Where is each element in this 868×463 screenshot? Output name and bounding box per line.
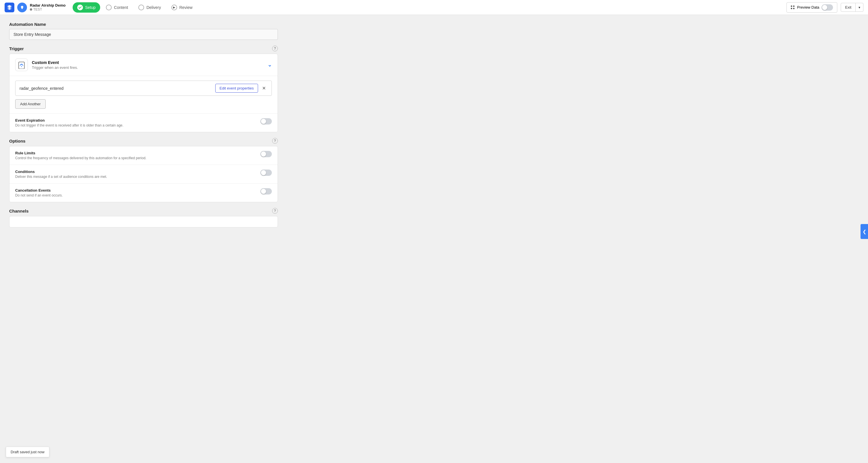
event-expiration-row: Event Expiration Do not trigger if the e… — [9, 113, 278, 132]
review-step-icon: ▶ — [172, 5, 177, 10]
channels-help-icon[interactable]: ? — [272, 208, 278, 214]
nav-step-content[interactable]: Content — [101, 2, 133, 12]
cancellation-events-row: Cancellation Events Do not send if an ev… — [9, 184, 278, 202]
rule-limits-row: Rule Limits Control the frequency of mes… — [9, 146, 278, 165]
brand: Radar Airship Demo TEST — [5, 3, 66, 12]
trigger-section-header: Trigger ? — [9, 45, 278, 51]
rule-limits-text: Rule Limits Control the frequency of mes… — [15, 151, 146, 160]
delivery-step-label: Delivery — [146, 5, 161, 10]
options-label: Options — [9, 138, 26, 143]
brand-text: Radar Airship Demo TEST — [30, 3, 66, 12]
conditions-desc: Deliver this message if a set of audienc… — [15, 175, 107, 179]
main-content: Automation Name Trigger ? — [0, 15, 287, 240]
cancellation-events-desc: Do not send if an event occurs. — [15, 193, 63, 197]
cancellation-events-toggle[interactable] — [260, 188, 272, 195]
conditions-toggle[interactable] — [260, 169, 272, 176]
event-expiration: Event Expiration Do not trigger if the e… — [15, 118, 272, 127]
rule-limits-toggle[interactable] — [260, 151, 272, 157]
automation-name-input[interactable] — [9, 29, 278, 40]
nav-right: Preview Data Exit ▾ — [786, 2, 863, 12]
trigger-type-header[interactable]: Custom Event Trigger when an event fires… — [9, 54, 278, 76]
channels-section-header: Channels ? — [9, 208, 278, 214]
event-row: radar_geofence_entered Edit event proper… — [15, 80, 272, 96]
automation-name-label: Automation Name — [9, 22, 46, 27]
add-another-button[interactable]: Add Another — [15, 99, 45, 109]
setup-step-icon — [77, 5, 83, 10]
nav-steps: Setup Content Delivery ▶ Review — [73, 2, 787, 12]
rule-limits-title: Rule Limits — [15, 151, 146, 155]
svg-rect-1 — [19, 62, 24, 69]
trigger-type-desc: Trigger when an event fires. — [32, 65, 268, 70]
trigger-chevron-icon[interactable]: ⌄ — [268, 62, 272, 68]
remove-event-button[interactable]: ✕ — [260, 84, 268, 92]
sidebar-collapse-button[interactable]: ❮ — [861, 224, 868, 239]
grid-icon — [791, 5, 795, 9]
trigger-body: radar_geofence_entered Edit event proper… — [9, 76, 278, 113]
trigger-card: Custom Event Trigger when an event fires… — [9, 54, 278, 132]
content-step-label: Content — [114, 5, 128, 10]
review-step-label: Review — [179, 5, 193, 10]
content-step-icon — [106, 5, 112, 10]
channels-card — [9, 216, 278, 228]
brand-sub: TEST — [30, 7, 66, 11]
options-card: Rule Limits Control the frequency of mes… — [9, 146, 278, 202]
trigger-help-icon[interactable]: ? — [272, 45, 278, 51]
exit-dropdown-arrow[interactable]: ▾ — [856, 3, 863, 11]
svg-point-2 — [21, 66, 22, 67]
automation-name-section: Automation Name — [9, 22, 278, 27]
edit-event-properties-button[interactable]: Edit event properties — [215, 84, 258, 93]
trigger-type-text: Custom Event Trigger when an event fires… — [32, 60, 268, 70]
exit-label[interactable]: Exit — [841, 3, 856, 11]
options-section: Options ? Rule Limits Control the freque… — [9, 138, 278, 202]
trigger-section: Trigger ? Custom Event Trigger w — [9, 45, 278, 132]
event-expiration-toggle[interactable] — [260, 118, 272, 125]
setup-step-label: Setup — [85, 5, 96, 10]
conditions-text: Conditions Deliver this message if a set… — [15, 169, 107, 179]
nav-step-delivery[interactable]: Delivery — [134, 2, 166, 12]
options-help-icon[interactable]: ? — [272, 138, 278, 144]
top-nav: Radar Airship Demo TEST Setup Content De… — [0, 0, 868, 15]
event-expiration-desc: Do not trigger if the event is received … — [15, 123, 123, 127]
preview-data-toggle[interactable] — [822, 4, 833, 11]
conditions-title: Conditions — [15, 169, 107, 174]
cancellation-events-text: Cancellation Events Do not send if an ev… — [15, 188, 63, 197]
event-expiration-text: Event Expiration Do not trigger if the e… — [15, 118, 123, 127]
radar-logo — [5, 3, 14, 12]
airship-logo — [17, 3, 27, 12]
cancellation-events-title: Cancellation Events — [15, 188, 63, 193]
draft-saved-banner: Draft saved just now — [6, 447, 50, 457]
draft-saved-text: Draft saved just now — [11, 450, 44, 454]
nav-step-review[interactable]: ▶ Review — [167, 2, 197, 12]
options-section-header: Options ? — [9, 138, 278, 144]
nav-step-setup[interactable]: Setup — [73, 2, 100, 12]
preview-data-button[interactable]: Preview Data — [786, 2, 837, 12]
trigger-label: Trigger — [9, 46, 24, 51]
channels-label: Channels — [9, 208, 29, 213]
channels-section: Channels ? — [9, 208, 278, 228]
brand-name: Radar Airship Demo — [30, 3, 66, 8]
event-name: radar_geofence_entered — [20, 86, 213, 91]
rule-limits-desc: Control the frequency of messages delive… — [15, 156, 146, 160]
exit-button[interactable]: Exit ▾ — [841, 3, 863, 12]
trigger-type-title: Custom Event — [32, 60, 268, 65]
arrow-left-icon: ❮ — [863, 229, 866, 234]
trigger-type-icon-wrap — [15, 59, 28, 71]
svg-point-0 — [21, 6, 23, 8]
conditions-row: Conditions Deliver this message if a set… — [9, 165, 278, 184]
status-dot — [30, 8, 32, 11]
event-expiration-title: Event Expiration — [15, 118, 123, 123]
custom-event-icon — [18, 61, 26, 69]
delivery-step-icon — [138, 5, 144, 10]
preview-data-label: Preview Data — [797, 5, 819, 9]
